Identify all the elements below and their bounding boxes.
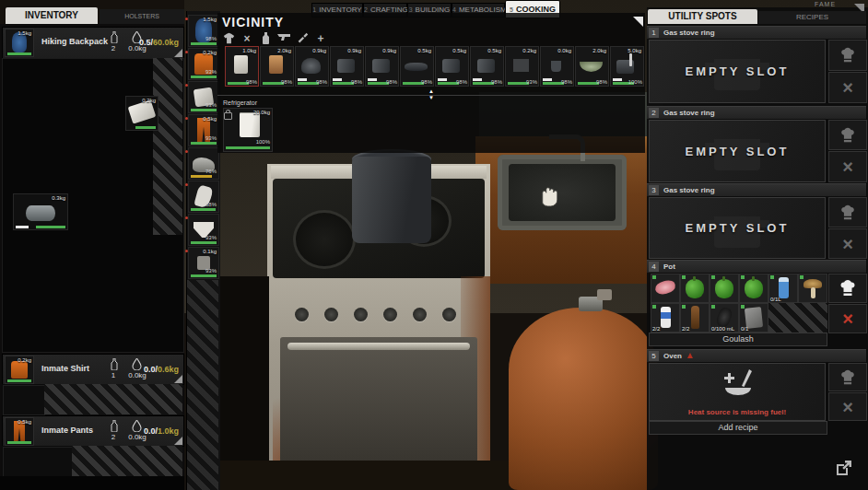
- stove-knob: [354, 308, 368, 321]
- item-weight: 1.5kg: [18, 30, 31, 36]
- cook-slot-3[interactable]: EMPTY SLOT: [649, 197, 826, 259]
- tools-filter-icon[interactable]: [296, 32, 309, 45]
- clear-slot-button[interactable]: ×: [828, 228, 867, 259]
- clothing-filter-icon[interactable]: [222, 32, 235, 45]
- cook-button-pot[interactable]: [828, 274, 867, 303]
- ingredient-slot[interactable]: [680, 274, 710, 303]
- equip-slot-backpack[interactable]: 1.5kg98%: [188, 15, 219, 47]
- ingredient-slot[interactable]: 2/2: [651, 303, 680, 332]
- ingredient-slot[interactable]: 0/1: [739, 303, 768, 332]
- item-icon: [296, 53, 326, 76]
- ingredient-slot[interactable]: [651, 274, 680, 303]
- equip-slot-socks[interactable]: 88%: [188, 181, 219, 213]
- scroll-arrows[interactable]: ▲▼: [424, 88, 439, 101]
- backpack-slot[interactable]: 1.5kg: [5, 29, 34, 57]
- durability-pct: 98%: [246, 79, 257, 85]
- equip-slot-pants[interactable]: 0.5kg93%: [188, 114, 219, 146]
- consumables-filter-icon[interactable]: [259, 32, 272, 45]
- tab-recipes[interactable]: RECIPES: [758, 11, 866, 24]
- vicinity-item[interactable]: 0.9kg98%: [295, 46, 329, 87]
- vicinity-item[interactable]: 0.5kg98%: [435, 46, 469, 87]
- fill-bar: [333, 78, 342, 81]
- grid-item-tray[interactable]: 0.3kg: [13, 193, 68, 230]
- durability-pct: 98%: [421, 79, 432, 85]
- oven-recipe-slot[interactable]: Heat source is missing fuel!: [649, 363, 826, 421]
- cook-slot-1[interactable]: EMPTY SLOT: [649, 40, 826, 103]
- ingredient-slot[interactable]: 0/100 mL: [710, 303, 739, 332]
- bottle-count: 1: [106, 371, 121, 379]
- vicinity-item[interactable]: 5.0kg100%: [610, 46, 644, 87]
- expand-icon[interactable]: [833, 457, 855, 479]
- capacity-current: 0.0/: [144, 426, 158, 436]
- cook-button[interactable]: [828, 363, 867, 391]
- empty-slot[interactable]: [3, 385, 45, 415]
- fame-label: FAME: [815, 1, 836, 7]
- vicinity-item[interactable]: 1.0kg98%: [225, 46, 259, 87]
- blocked-ingredient-slots: [768, 303, 827, 332]
- chef-hat-icon: [838, 204, 858, 222]
- vicinity-item[interactable]: 2.0kg98%: [260, 46, 294, 87]
- blocked-equip-slots: [187, 280, 218, 490]
- tab-holsters[interactable]: HOLSTERS: [100, 9, 184, 24]
- clear-pot-button[interactable]: ×: [828, 304, 867, 333]
- add-filter-icon[interactable]: +: [314, 32, 327, 45]
- pants-row[interactable]: 0.5kg Inmate Pants 2 0.0kg 0.0/1.0kg: [2, 415, 184, 447]
- add-recipe-button[interactable]: Add recipe: [649, 421, 827, 435]
- empty-slot-label: EMPTY SLOT: [650, 198, 825, 258]
- resize-handle[interactable]: [174, 49, 182, 57]
- blocked-slots: [44, 384, 182, 414]
- durability-pct: 98%: [281, 79, 292, 85]
- hand-cursor-icon[interactable]: [534, 182, 562, 210]
- equip-slot-shoes[interactable]: 76%: [188, 147, 219, 180]
- ingredient-icon: [710, 274, 738, 302]
- alert-dot: [185, 117, 188, 120]
- item-weight: 1.5kg: [203, 17, 217, 22]
- vicinity-item[interactable]: 0.2kg93%: [505, 46, 539, 87]
- ingredient-slot[interactable]: 0/1L: [768, 274, 798, 303]
- vicinity-item[interactable]: 0.9kg98%: [330, 46, 364, 87]
- ingredient-slot[interactable]: [710, 274, 739, 303]
- resize-handle[interactable]: [174, 375, 182, 383]
- ingredient-icon: [651, 274, 679, 302]
- weapons-filter-icon[interactable]: ×: [240, 32, 253, 45]
- empty-slot[interactable]: [3, 447, 73, 477]
- clear-slot-button[interactable]: ×: [828, 72, 867, 103]
- refrigerator-tile[interactable]: 20.0kg 100%: [223, 108, 273, 152]
- cooking-pot[interactable]: [352, 157, 431, 243]
- collapse-panel-arrow[interactable]: [633, 17, 643, 27]
- equip-slot-item[interactable]: 0.1kg93%: [188, 247, 219, 279]
- ingredient-slot[interactable]: [739, 274, 768, 303]
- pants-slot[interactable]: 0.5kg: [5, 417, 34, 446]
- ingredient-slot[interactable]: [798, 274, 827, 303]
- shirt-row[interactable]: 0.2kg Inmate Shirt 1 0.0kg 0.0/0.6kg: [2, 354, 184, 385]
- vicinity-item[interactable]: 0.9kg98%: [365, 46, 399, 87]
- tab-utility-spots[interactable]: UTILITY SPOTS: [648, 9, 757, 24]
- cook-button[interactable]: [828, 40, 867, 71]
- clear-slot-button[interactable]: ×: [828, 392, 867, 421]
- capacity-text: 0.5/60.0kg: [139, 38, 179, 47]
- equip-slot-shirt[interactable]: 0.2kg93%: [188, 48, 219, 80]
- equip-slot-underwear[interactable]: 93%: [188, 214, 219, 246]
- vicinity-item[interactable]: 0.5kg98%: [400, 46, 434, 87]
- resize-handle[interactable]: [174, 437, 182, 445]
- vicinity-item[interactable]: 2.0kg98%: [575, 46, 609, 87]
- recipe-name-bar[interactable]: Goulash: [649, 332, 827, 346]
- shirt-slot[interactable]: 0.2kg: [5, 356, 34, 384]
- cook-slot-2[interactable]: EMPTY SLOT: [649, 120, 826, 182]
- cook-button[interactable]: [828, 120, 867, 150]
- tab-inventory[interactable]: INVENTORY: [6, 7, 98, 24]
- fill-bar: [438, 78, 447, 81]
- backpack-row[interactable]: 1.5kg Hiking Backpack 2 0.0kg 0.5/60.0kg: [2, 27, 184, 59]
- grid-item-card[interactable]: 0.2kg: [125, 96, 158, 131]
- capacity-max: 0.6kg: [158, 365, 179, 374]
- equip-slot-bundle[interactable]: 93%: [188, 81, 219, 113]
- vicinity-item[interactable]: 0.5kg98%: [470, 46, 504, 87]
- chef-hat-icon: [838, 46, 858, 64]
- ingredient-slot[interactable]: 2/2: [680, 303, 710, 332]
- stove-knobs: [286, 304, 470, 328]
- item-weight: 0.5kg: [203, 116, 217, 122]
- gun-filter-icon[interactable]: [277, 32, 290, 45]
- clear-slot-button[interactable]: ×: [828, 151, 867, 182]
- cook-button[interactable]: [828, 197, 867, 228]
- vicinity-item[interactable]: 0.0kg98%: [540, 46, 574, 87]
